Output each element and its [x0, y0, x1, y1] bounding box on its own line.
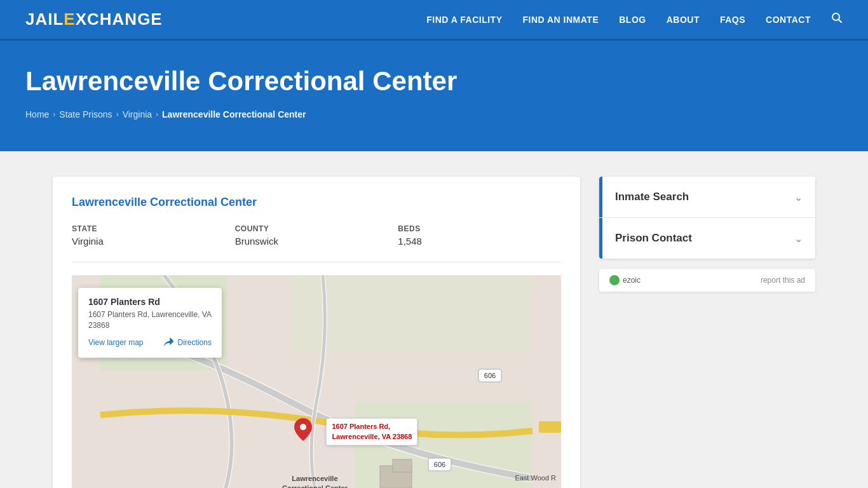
ezoic-label: ezoic — [623, 276, 641, 285]
nav-find-inmate[interactable]: FIND AN INMATE — [522, 15, 599, 25]
beds-cell: BEDS 1,548 — [398, 224, 561, 247]
map-popup: 1607 Planters Rd 1607 Planters Rd, Lawre… — [78, 288, 222, 358]
site-logo[interactable]: JAILEXCHANGE — [25, 10, 163, 29]
inmate-search-accordion: Inmate Search ⌄ — [599, 177, 815, 218]
main-nav: FIND A FACILITY FIND AN INMATE BLOG ABOU… — [426, 12, 843, 27]
county-label: COUNTY — [235, 224, 398, 233]
prison-contact-chevron-icon: ⌄ — [794, 233, 803, 245]
breadcrumb-home[interactable]: Home — [25, 109, 49, 119]
info-grid: STATE Virginia COUNTY Brunswick BEDS 1,5… — [72, 224, 561, 247]
county-value: Brunswick — [235, 236, 398, 247]
nav-contact[interactable]: CONTACT — [766, 15, 811, 25]
report-ad-link[interactable]: report this ad — [761, 276, 805, 285]
nav-faqs[interactable]: FAQs — [720, 15, 745, 25]
state-cell: STATE Virginia — [72, 224, 235, 247]
nav-find-facility[interactable]: FIND A FACILITY — [426, 15, 502, 25]
svg-text:606: 606 — [434, 461, 445, 468]
svg-rect-5 — [291, 275, 532, 351]
breadcrumb: Home › State Prisons › Virginia › Lawren… — [25, 109, 843, 119]
svg-point-15 — [300, 424, 306, 430]
ezoic-bar: ezoic report this ad — [599, 269, 815, 292]
sidebar-accordion: Inmate Search ⌄ Prison Contact ⌄ — [599, 177, 815, 259]
breadcrumb-state[interactable]: Virginia — [123, 109, 152, 119]
ezoic-circle-icon — [609, 275, 620, 285]
breadcrumb-sep-3: › — [156, 110, 158, 119]
prison-contact-title: Prison Contact — [615, 232, 692, 245]
svg-rect-6 — [539, 421, 561, 433]
logo-x: E — [64, 10, 75, 29]
prison-contact-header[interactable]: Prison Contact ⌄ — [599, 218, 815, 259]
svg-line-1 — [839, 20, 842, 23]
search-button[interactable] — [831, 12, 843, 27]
beds-label: BEDS — [398, 224, 561, 233]
breadcrumb-sep-2: › — [116, 110, 119, 119]
state-label: STATE — [72, 224, 235, 233]
pin-address-label: 1607 Planters Rd,Lawrenceville, VA 23868 — [326, 418, 417, 445]
popup-actions: View larger map Directions — [88, 336, 212, 349]
logo-jail: JAIL — [25, 10, 64, 29]
ezoic-logo: ezoic — [609, 275, 641, 285]
facility-panel: Lawrenceville Correctional Center STATE … — [53, 177, 580, 488]
nav-blog[interactable]: BLOG — [619, 15, 646, 25]
main-container: Lawrenceville Correctional Center STATE … — [27, 151, 841, 488]
inmate-search-title: Inmate Search — [615, 191, 689, 203]
inmate-search-header[interactable]: Inmate Search ⌄ — [599, 177, 815, 217]
map-background: 606 606 58 1607 Planters Rd 1607 Planter… — [72, 275, 561, 488]
facility-map-label: LawrencevilleCorrectional Center — [282, 474, 348, 488]
popup-address: 1607 Planters Rd, Lawrenceville, VA23868 — [88, 309, 212, 331]
directions-icon — [163, 336, 175, 349]
east-wood-label: East Wood R — [515, 474, 556, 482]
inmate-search-chevron-icon: ⌄ — [794, 191, 803, 203]
breadcrumb-current: Lawrenceville Correctional Center — [162, 109, 306, 119]
hero-section: Lawrenceville Correctional Center Home ›… — [0, 41, 868, 151]
state-value: Virginia — [72, 236, 235, 247]
map-pin — [294, 418, 312, 444]
prison-contact-accordion: Prison Contact ⌄ — [599, 218, 815, 259]
search-icon — [831, 12, 843, 24]
right-sidebar: Inmate Search ⌄ Prison Contact ⌄ ezoic r… — [599, 177, 815, 292]
page-title: Lawrenceville Correctional Center — [25, 66, 843, 97]
view-larger-map-link[interactable]: View larger map — [88, 338, 143, 347]
map-wrapper[interactable]: 606 606 58 1607 Planters Rd 1607 Planter… — [72, 275, 561, 488]
directions-link[interactable]: Directions — [163, 336, 212, 349]
county-cell: COUNTY Brunswick — [235, 224, 398, 247]
site-header: JAILEXCHANGE FIND A FACILITY FIND AN INM… — [0, 0, 868, 41]
divider — [72, 262, 561, 262]
location-pin-icon — [294, 418, 312, 441]
breadcrumb-state-prisons[interactable]: State Prisons — [59, 109, 112, 119]
logo-exchange: XCHANGE — [76, 10, 163, 29]
popup-address-title: 1607 Planters Rd — [88, 297, 212, 307]
svg-rect-14 — [393, 459, 412, 472]
breadcrumb-sep-1: › — [53, 110, 55, 119]
beds-value: 1,548 — [398, 236, 561, 247]
facility-name: Lawrenceville Correctional Center — [72, 196, 561, 209]
svg-text:606: 606 — [484, 372, 496, 379]
nav-about[interactable]: ABOUT — [667, 15, 700, 25]
